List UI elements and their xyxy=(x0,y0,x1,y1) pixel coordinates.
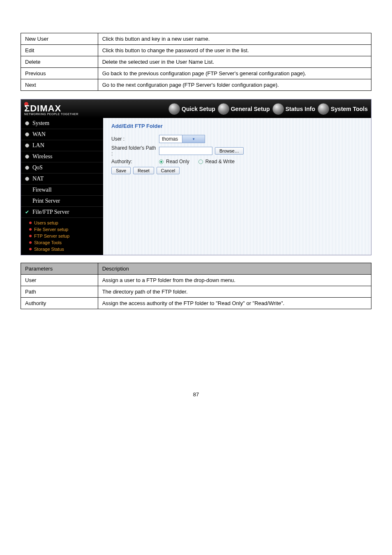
chevron-down-icon: ▾ xyxy=(182,135,205,143)
user-select-value: thomas xyxy=(159,136,182,142)
cancel-button[interactable]: Cancel xyxy=(157,167,180,174)
sidebar-item[interactable]: LAN xyxy=(21,140,103,151)
sidebar-label: WAN xyxy=(32,131,46,138)
path-label: Shared folder's Path : xyxy=(111,145,157,157)
panel-title: Add/Edit FTP Folder xyxy=(111,123,363,129)
check-icon: ✔ xyxy=(25,209,29,215)
page-number: 87 xyxy=(21,391,371,398)
brand-logo: ΣDIMAX NETWORKING PEOPLE TOGETHER xyxy=(24,102,78,116)
brand-name: ΣDIMAX xyxy=(24,104,78,113)
read-only-label: Read Only xyxy=(166,159,189,164)
sidebar-label: LAN xyxy=(32,142,44,149)
sidebar-item[interactable]: NAT xyxy=(21,173,103,185)
dot-icon xyxy=(29,228,32,231)
bullet-icon xyxy=(25,177,29,181)
router-admin-screenshot: ΣDIMAX NETWORKING PEOPLE TOGETHER Quick … xyxy=(21,99,371,255)
sidebar-subitem[interactable]: Storage Status xyxy=(29,246,69,252)
nav-status-info[interactable]: Status Info xyxy=(272,103,315,115)
param-key: Edit xyxy=(21,45,98,56)
globe-icon xyxy=(272,103,284,115)
sidebar-item[interactable]: Wireless xyxy=(21,151,103,162)
param-val: Assign the access authority of the FTP f… xyxy=(98,298,371,309)
globe-icon xyxy=(218,103,229,115)
param-header-key: Parameters xyxy=(21,263,98,275)
globe-icon xyxy=(168,103,180,115)
sidebar-label: Wireless xyxy=(32,153,52,160)
param-val: Click this button and key in a new user … xyxy=(98,33,371,45)
param-header-val: Description xyxy=(98,263,371,275)
sidebar-item[interactable]: ✔File/FTP Server xyxy=(21,207,103,218)
sidebar-label: QoS xyxy=(32,164,43,171)
param-key: User xyxy=(21,275,98,286)
sidebar-label: NAT xyxy=(32,176,44,182)
dot-icon xyxy=(29,248,32,250)
bullet-icon xyxy=(25,121,29,125)
top-nav: Quick Setup General Setup Status Info Sy… xyxy=(168,103,368,115)
sidebar-item[interactable]: QoS xyxy=(21,162,103,173)
param-key: Path xyxy=(21,286,98,298)
path-input[interactable] xyxy=(159,147,212,155)
sidebar-item[interactable]: Print Server xyxy=(21,196,103,207)
sidebar-sublabel: Storage Status xyxy=(34,247,64,252)
param-table-bottom: ParametersDescriptionUserAssign a user t… xyxy=(21,263,371,309)
read-write-radio[interactable] xyxy=(198,160,203,164)
sidebar-item[interactable]: System xyxy=(21,118,103,129)
param-key: Next xyxy=(21,79,98,91)
read-only-radio[interactable] xyxy=(159,160,164,164)
dot-icon xyxy=(29,235,32,237)
param-val: Delete the selected user in the User Nam… xyxy=(98,56,371,68)
user-select[interactable]: thomas ▾ xyxy=(159,135,205,143)
sidebar-subitem[interactable]: Storage Tools xyxy=(29,239,69,246)
dot-icon xyxy=(29,241,32,244)
dot-icon xyxy=(29,222,32,224)
param-val: Click this button to change the password… xyxy=(98,45,371,56)
nav-general-setup[interactable]: General Setup xyxy=(218,103,270,115)
globe-icon xyxy=(318,103,329,115)
browse-button[interactable]: Browse… xyxy=(215,147,244,155)
sidebar-sublabel: File Server setup xyxy=(34,227,68,232)
sidebar-subitem[interactable]: File Server setup xyxy=(29,226,69,233)
user-label: User : xyxy=(111,136,157,142)
param-val: Go back to the previous configuration pa… xyxy=(98,68,371,79)
sidebar-label: File/FTP Server xyxy=(32,209,69,215)
param-key: New User xyxy=(21,33,98,45)
sidebar: SystemWANLANWirelessQoSNATFirewallPrint … xyxy=(21,118,103,255)
content-panel: Add/Edit FTP Folder User : thomas ▾ Shar… xyxy=(103,118,371,255)
param-table-top: New UserClick this button and key in a n… xyxy=(21,33,371,91)
param-key: Authority xyxy=(21,298,98,309)
nav-label: Status Info xyxy=(286,106,315,112)
bullet-icon xyxy=(25,143,29,148)
nav-label: General Setup xyxy=(231,106,270,112)
nav-quick-setup[interactable]: Quick Setup xyxy=(168,103,215,115)
nav-label: Quick Setup xyxy=(182,106,215,112)
param-val: The directory path of the FTP folder. xyxy=(98,286,371,298)
sidebar-item[interactable]: Firewall xyxy=(21,185,103,196)
nav-label: System Tools xyxy=(331,106,368,112)
bullet-icon xyxy=(25,155,29,159)
sidebar-subitem[interactable]: Users setup xyxy=(29,220,69,226)
reset-button[interactable]: Reset xyxy=(133,167,154,174)
sidebar-item[interactable]: WAN xyxy=(21,129,103,140)
sidebar-sublabel: FTP Server setup xyxy=(34,234,69,238)
sidebar-subitem[interactable]: FTP Server setup xyxy=(29,233,69,239)
nav-system-tools[interactable]: System Tools xyxy=(318,103,368,115)
authority-label: Authority: xyxy=(111,159,157,164)
sidebar-sublabel: Storage Tools xyxy=(34,240,62,245)
param-key: Previous xyxy=(21,68,98,79)
save-button[interactable]: Save xyxy=(111,167,131,174)
param-val: Assign a user to a FTP folder from the d… xyxy=(98,275,371,286)
bullet-icon xyxy=(25,132,29,136)
read-write-label: Read & Write xyxy=(205,159,235,164)
param-val: Go to the next configuration page (FTP S… xyxy=(98,79,371,91)
bullet-icon xyxy=(25,166,29,170)
sidebar-sublabel: Users setup xyxy=(34,220,58,225)
sidebar-label: System xyxy=(32,120,49,127)
brand-tagline: NETWORKING PEOPLE TOGETHER xyxy=(24,113,78,116)
param-key: Delete xyxy=(21,56,98,68)
